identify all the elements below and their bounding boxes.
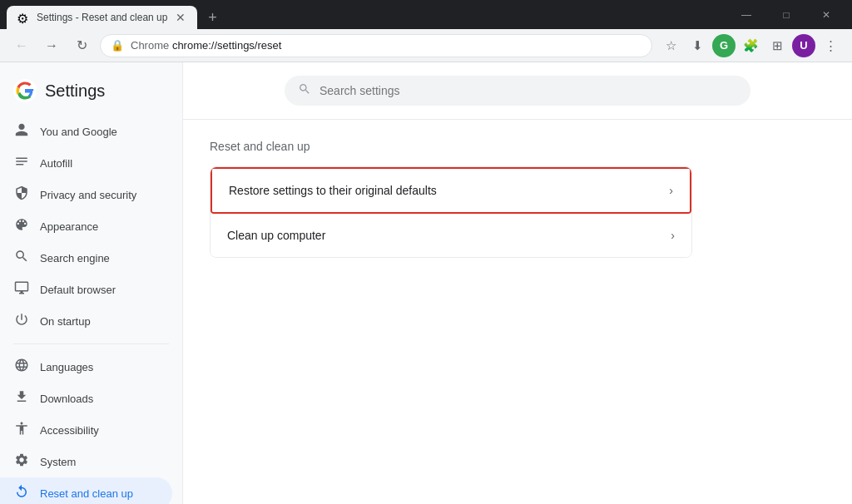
browser-toolbar: ← → ↻ 🔒 Chrome chrome://settings/reset ☆… [0, 29, 852, 62]
sidebar-label-privacy: Privacy and security [40, 189, 136, 201]
privacy-icon [13, 185, 30, 204]
sidebar-item-downloads[interactable]: Downloads [0, 383, 172, 414]
sidebar-header: Settings [0, 72, 182, 116]
titlebar: ⚙ Settings - Reset and clean up ✕ + — □ … [0, 0, 852, 29]
search-bar-container [183, 62, 852, 120]
downloads-icon [13, 389, 30, 408]
accessibility-icon [13, 421, 30, 439]
startup-icon [13, 312, 30, 330]
autofill-icon [13, 154, 30, 172]
settings-list: Restore settings to their original defau… [210, 166, 692, 258]
tab-grid-icon[interactable]: ⊞ [765, 34, 789, 57]
sidebar-item-appearance[interactable]: Appearance [0, 210, 172, 242]
address-chrome-label: Chrome [131, 39, 169, 52]
sidebar-item-default-browser[interactable]: Default browser [0, 274, 172, 305]
back-button[interactable]: ← [10, 34, 33, 57]
appearance-icon [13, 217, 30, 235]
reset-icon [13, 484, 30, 502]
sidebar-item-system[interactable]: System [0, 446, 172, 477]
search-input[interactable] [320, 84, 737, 97]
sidebar-item-privacy-security[interactable]: Privacy and security [0, 179, 172, 210]
sidebar-label-reset: Reset and clean up [40, 487, 133, 500]
sidebar-label-search-engine: Search engine [40, 252, 110, 264]
tab-close-button[interactable]: ✕ [174, 11, 187, 24]
chevron-right-icon-2: › [671, 229, 675, 242]
tab-title: Settings - Reset and clean up [37, 12, 167, 23]
clean-up-computer-item[interactable]: Clean up computer › [211, 214, 691, 257]
minimize-button[interactable]: — [727, 2, 765, 28]
default-browser-icon [13, 280, 30, 299]
active-tab[interactable]: ⚙ Settings - Reset and clean up ✕ [7, 6, 197, 29]
section-title: Reset and clean up [210, 140, 825, 153]
sidebar: Settings You and Google Autofill Privacy… [0, 62, 183, 504]
sidebar-label-appearance: Appearance [40, 220, 98, 233]
menu-button[interactable]: ⋮ [819, 34, 842, 57]
sidebar-item-on-startup[interactable]: On startup [0, 305, 172, 337]
search-engine-icon [13, 249, 30, 267]
search-icon [298, 82, 311, 99]
chevron-right-icon: › [669, 184, 673, 197]
sidebar-item-accessibility[interactable]: Accessibility [0, 414, 172, 446]
main-content: Reset and clean up Restore settings to t… [183, 62, 852, 504]
address-url: chrome://settings/reset [172, 39, 282, 52]
sidebar-label-you-and-google: You and Google [40, 126, 117, 138]
new-tab-button[interactable]: + [201, 6, 224, 29]
tab-bar: ⚙ Settings - Reset and clean up ✕ + [7, 0, 722, 29]
sidebar-item-autofill[interactable]: Autofill [0, 147, 172, 179]
sidebar-label-system: System [40, 456, 76, 468]
forward-button[interactable]: → [40, 34, 63, 57]
window-controls: — □ ✕ [727, 2, 845, 28]
sidebar-item-reset-clean-up[interactable]: Reset and clean up [0, 477, 172, 504]
google-logo [13, 79, 37, 102]
sidebar-divider [13, 343, 169, 344]
settings-title: Settings [45, 82, 105, 101]
clean-up-computer-label: Clean up computer [227, 229, 325, 242]
restore-defaults-label: Restore settings to their original defau… [229, 184, 437, 197]
sidebar-label-languages: Languages [40, 361, 93, 373]
sidebar-label-accessibility: Accessibility [40, 424, 99, 437]
bookmark-icon[interactable]: ☆ [659, 34, 682, 57]
sidebar-item-search-engine[interactable]: Search engine [0, 242, 172, 274]
address-bar[interactable]: 🔒 Chrome chrome://settings/reset [100, 34, 652, 57]
lock-icon: 🔒 [111, 39, 124, 52]
close-button[interactable]: ✕ [807, 2, 845, 28]
sidebar-label-on-startup: On startup [40, 315, 91, 328]
app-container: Settings You and Google Autofill Privacy… [0, 62, 852, 504]
sidebar-label-autofill: Autofill [40, 157, 72, 170]
user-avatar-button[interactable]: U [792, 34, 815, 57]
reload-button[interactable]: ↻ [70, 34, 93, 57]
tab-favicon: ⚙ [17, 11, 30, 24]
address-text: Chrome chrome://settings/reset [131, 39, 281, 52]
extensions-icon[interactable]: 🧩 [739, 34, 762, 57]
search-bar [285, 76, 750, 106]
download-icon[interactable]: ⬇ [686, 34, 709, 57]
sidebar-label-downloads: Downloads [40, 393, 93, 405]
system-icon [13, 452, 30, 471]
sidebar-label-default-browser: Default browser [40, 284, 116, 296]
profile-button[interactable]: G [712, 34, 736, 57]
languages-icon [13, 358, 30, 376]
sidebar-item-languages[interactable]: Languages [0, 351, 172, 383]
maximize-button[interactable]: □ [767, 2, 805, 28]
highlighted-item-wrapper: Restore settings to their original defau… [211, 167, 691, 214]
restore-defaults-item[interactable]: Restore settings to their original defau… [212, 169, 690, 212]
content-area: Reset and clean up Restore settings to t… [183, 120, 852, 278]
person-icon [13, 122, 30, 141]
sidebar-item-you-and-google[interactable]: You and Google [0, 116, 172, 147]
toolbar-actions: ☆ ⬇ G 🧩 ⊞ U ⋮ [659, 34, 842, 57]
